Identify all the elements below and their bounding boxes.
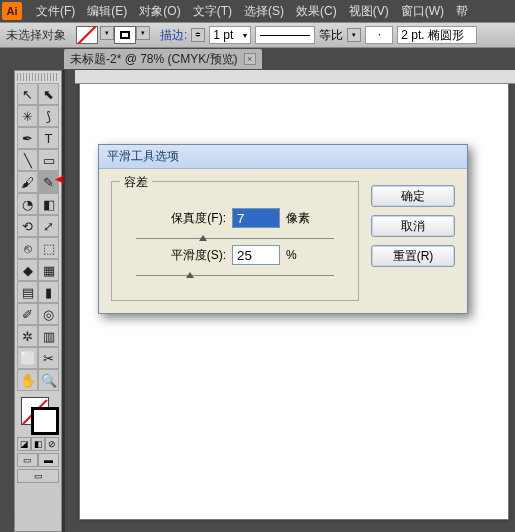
gradient-tool-icon[interactable]: ▮: [38, 281, 59, 303]
tab-bar: 未标题-2* @ 78% (CMYK/预览) ×: [0, 48, 515, 70]
hand-tool-icon[interactable]: ✋: [17, 369, 38, 391]
stroke-swatch[interactable]: [114, 26, 136, 44]
smoothness-unit: %: [286, 248, 316, 262]
fill-dropdown[interactable]: ▾: [100, 26, 114, 40]
blend-tool-icon[interactable]: ◎: [38, 303, 59, 325]
slider-thumb-icon[interactable]: [186, 272, 194, 278]
artboard-tool-icon[interactable]: ⬜: [17, 347, 38, 369]
ratio-dropdown[interactable]: ▾: [347, 28, 361, 42]
shape-field[interactable]: 2 pt. 椭圆形: [397, 26, 477, 44]
menu-file[interactable]: 文件(F): [30, 1, 81, 22]
menu-select[interactable]: 选择(S): [238, 1, 290, 22]
smooth-tool-options-dialog: 平滑工具选项 容差 保真度(F): 像素 平滑度(S): % 确定: [98, 144, 468, 314]
type-tool-icon[interactable]: T: [38, 127, 59, 149]
rect-tool-icon[interactable]: ▭: [38, 149, 59, 171]
width-tool-icon[interactable]: ⎋: [17, 237, 38, 259]
selection-tool-icon[interactable]: ↖: [17, 83, 38, 105]
stroke-stepper[interactable]: ≑: [191, 28, 205, 42]
stroke-style[interactable]: [255, 26, 315, 44]
fill-stroke-panel[interactable]: [17, 395, 63, 435]
menu-view[interactable]: 视图(V): [343, 1, 395, 22]
fidelity-unit: 像素: [286, 210, 316, 227]
zoom-tool-icon[interactable]: 🔍: [38, 369, 59, 391]
tab-close-icon[interactable]: ×: [244, 53, 256, 65]
tolerance-legend: 容差: [120, 174, 152, 191]
side-gutter: [0, 70, 14, 532]
menu-effect[interactable]: 效果(C): [290, 1, 343, 22]
direct-select-tool-icon[interactable]: ⬉: [38, 83, 59, 105]
fill-stroke-swatch[interactable]: ▾ ▾: [76, 26, 150, 44]
menu-edit[interactable]: 编辑(E): [81, 1, 133, 22]
menu-window[interactable]: 窗口(W): [395, 1, 450, 22]
control-bar: 未选择对象 ▾ ▾ 描边: ≑ 1 pt▾ 等比 ▾ · 2 pt. 椭圆形: [0, 22, 515, 48]
free-transform-icon[interactable]: ⬚: [38, 237, 59, 259]
gradient-mode-icon[interactable]: ◧: [31, 437, 45, 451]
screen-mode-2-icon[interactable]: ▬: [38, 453, 59, 467]
mesh-tool-icon[interactable]: ▤: [17, 281, 38, 303]
line-tool-icon[interactable]: ╲: [17, 149, 38, 171]
blob-tool-icon[interactable]: ◔: [17, 193, 38, 215]
annotation-arrow-icon: ➤: [54, 172, 66, 188]
screen-mode-1-icon[interactable]: ▭: [17, 453, 38, 467]
menu-object[interactable]: 对象(O): [133, 1, 186, 22]
fidelity-slider[interactable]: [136, 238, 334, 239]
scale-tool-icon[interactable]: ⤢: [38, 215, 59, 237]
menu-type[interactable]: 文字(T): [187, 1, 238, 22]
perspective-tool-icon[interactable]: ▦: [38, 259, 59, 281]
wand-tool-icon[interactable]: ✳: [17, 105, 38, 127]
ok-button[interactable]: 确定: [371, 185, 455, 207]
panel-grip[interactable]: [17, 73, 59, 81]
fidelity-input[interactable]: [232, 208, 280, 228]
rotate-tool-icon[interactable]: ⟲: [17, 215, 38, 237]
smoothness-slider[interactable]: [136, 275, 334, 276]
eyedropper-tool-icon[interactable]: ✐: [17, 303, 38, 325]
document-tab[interactable]: 未标题-2* @ 78% (CMYK/预览) ×: [64, 49, 262, 69]
graph-tool-icon[interactable]: ▥: [38, 325, 59, 347]
fill-swatch[interactable]: [76, 26, 98, 44]
shape-builder-icon[interactable]: ◆: [17, 259, 38, 281]
stroke-dropdown[interactable]: ▾: [136, 26, 150, 40]
color-mode-icon[interactable]: ◪: [17, 437, 31, 451]
ai-logo: Ai: [2, 2, 22, 20]
selection-status: 未选择对象: [6, 27, 66, 44]
tab-title: 未标题-2* @ 78% (CMYK/预览): [70, 51, 238, 68]
none-mode-icon[interactable]: ⊘: [45, 437, 59, 451]
tool-panel: ↖⬉ ✳⟆ ✒T ╲▭ 🖌✎ ◔◧ ⟲⤢ ⎋⬚ ◆▦ ▤▮ ✐◎ ✲▥ ⬜✂ ✋…: [14, 70, 62, 532]
ratio-label: 等比: [319, 27, 343, 44]
slider-thumb-icon[interactable]: [199, 235, 207, 241]
pen-tool-icon[interactable]: ✒: [17, 127, 38, 149]
smoothness-label: 平滑度(S):: [154, 247, 226, 264]
panel-stroke-swatch[interactable]: [31, 407, 59, 435]
symbol-tool-icon[interactable]: ✲: [17, 325, 38, 347]
dialog-title: 平滑工具选项: [99, 145, 467, 169]
ratio-field[interactable]: ·: [365, 26, 393, 44]
menubar: Ai 文件(F) 编辑(E) 对象(O) 文字(T) 选择(S) 效果(C) 视…: [0, 0, 515, 22]
menu-help[interactable]: 帮: [450, 1, 474, 22]
screen-mode-icon[interactable]: ▭: [17, 469, 59, 483]
fidelity-label: 保真度(F):: [154, 210, 226, 227]
brush-tool-icon[interactable]: 🖌: [17, 171, 38, 193]
cancel-button[interactable]: 取消: [371, 215, 455, 237]
eraser-tool-icon[interactable]: ◧: [38, 193, 59, 215]
reset-button[interactable]: 重置(R): [371, 245, 455, 267]
smoothness-input[interactable]: [232, 245, 280, 265]
lasso-tool-icon[interactable]: ⟆: [38, 105, 59, 127]
slice-tool-icon[interactable]: ✂: [38, 347, 59, 369]
tolerance-fieldset: 容差 保真度(F): 像素 平滑度(S): %: [111, 181, 359, 301]
stroke-label: 描边:: [160, 27, 187, 44]
ruler-horizontal: [75, 70, 515, 84]
stroke-weight-field[interactable]: 1 pt▾: [209, 26, 251, 44]
